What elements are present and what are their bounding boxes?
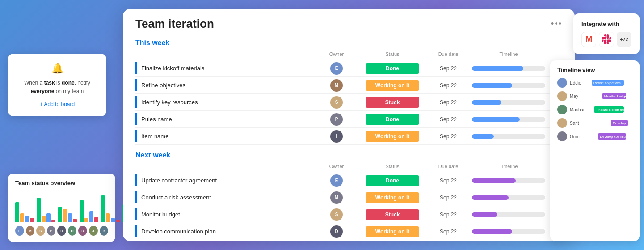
task-status[interactable]: Done xyxy=(357,175,428,186)
owner-avatar: D xyxy=(330,225,343,238)
status-badge[interactable]: Done xyxy=(366,63,419,74)
avatar: P xyxy=(47,226,56,236)
task-owner: D xyxy=(316,225,357,238)
col-status2: Status xyxy=(357,164,428,169)
task-status[interactable]: Working on it xyxy=(357,192,428,203)
status-badge[interactable]: Working on it xyxy=(366,192,419,203)
tl-name: Eddie xyxy=(570,81,587,85)
bar xyxy=(63,209,67,222)
tl-name: Mashari xyxy=(570,107,587,112)
status-badge[interactable]: Working on it xyxy=(366,131,419,142)
task-status[interactable]: Working on it xyxy=(357,80,428,91)
bar xyxy=(116,220,120,222)
bar-group xyxy=(58,207,77,222)
task-timeline xyxy=(468,229,549,234)
status-badge[interactable]: Working on it xyxy=(366,226,419,237)
tl-avatar xyxy=(557,78,567,88)
bar xyxy=(46,213,51,222)
col-name xyxy=(140,51,316,57)
task-name: Monitor budget xyxy=(135,208,316,220)
tl-bar: Finalize kickoff materials xyxy=(594,106,624,113)
task-due-date: Sep 22 xyxy=(428,116,468,123)
col-due: Due date xyxy=(428,51,468,57)
tl-avatar xyxy=(557,131,567,141)
task-status[interactable]: Stuck xyxy=(357,97,428,108)
main-content: This week Owner Status Due date Timeline… xyxy=(123,35,575,241)
task-owner: M xyxy=(316,191,357,204)
col-status: Status xyxy=(357,51,428,57)
timeline-row: Eddie Refine objectives xyxy=(557,78,632,88)
task-name: Develop communication plan xyxy=(135,225,316,237)
table-row: Develop communication plan D Working on … xyxy=(135,223,562,240)
task-owner: M xyxy=(316,79,357,92)
task-due-date: Sep 22 xyxy=(428,178,468,184)
timeline-row: Omri Develop communication plan xyxy=(557,131,632,141)
task-owner: I xyxy=(316,130,357,143)
status-badge[interactable]: Working on it xyxy=(366,80,419,91)
bar xyxy=(37,198,41,222)
task-status[interactable]: Working on it xyxy=(357,131,428,142)
task-name: Item name xyxy=(135,130,316,142)
owner-avatar: I xyxy=(330,130,343,143)
status-badge[interactable]: Stuck xyxy=(366,209,419,220)
main-header: Team iteration ••• xyxy=(123,9,575,35)
table-row: Identify key resources S Stuck Sep 22 xyxy=(135,94,562,111)
add-to-board-link[interactable]: + Add to board xyxy=(18,101,97,107)
bar-group xyxy=(80,200,98,222)
task-due-date: Sep 22 xyxy=(428,133,468,140)
task-owner: S xyxy=(316,208,357,221)
avatar: D xyxy=(57,226,66,236)
bar xyxy=(94,217,98,222)
task-status[interactable]: Done xyxy=(357,63,428,74)
tl-bar: Develop xyxy=(611,120,628,126)
integrate-card: Integrate with M +72 xyxy=(573,13,640,54)
gmail-icon[interactable]: M xyxy=(581,32,596,47)
task-name: Update contractor agreement xyxy=(135,174,316,186)
next-week-rows: Update contractor agreement E Done Sep 2… xyxy=(135,172,562,240)
integrate-icons: M +72 xyxy=(581,32,631,47)
tl-bar: Monitor budget xyxy=(602,93,626,99)
status-badge[interactable]: Stuck xyxy=(366,97,419,108)
avatar: M xyxy=(26,226,35,236)
task-timeline xyxy=(468,134,549,139)
task-status[interactable]: Stuck xyxy=(357,209,428,220)
col-due2: Due date xyxy=(428,164,468,169)
timeline-fill xyxy=(472,100,501,105)
this-week-header: This week xyxy=(135,39,562,47)
bar-group xyxy=(101,195,120,222)
more-options-icon[interactable]: ••• xyxy=(551,19,562,29)
tl-bar: Refine objectives xyxy=(592,80,624,86)
owner-avatar: P xyxy=(330,113,343,126)
task-status[interactable]: Done xyxy=(357,114,428,125)
task-timeline xyxy=(468,117,549,122)
tl-bar-wrap: Refine objectives xyxy=(589,79,632,87)
task-timeline xyxy=(468,195,549,200)
bar xyxy=(15,202,19,222)
timeline-row: Mashari Finalize kickoff materials xyxy=(557,105,632,114)
tl-avatar xyxy=(557,118,567,128)
task-status[interactable]: Working on it xyxy=(357,226,428,237)
task-due-date: Sep 22 xyxy=(428,82,468,89)
col-owner: Owner xyxy=(316,51,357,57)
table-row: Item name I Working on it Sep 22 xyxy=(135,128,562,145)
slack-icon[interactable] xyxy=(599,32,614,47)
timeline-bar-wrap xyxy=(472,212,545,217)
status-badge[interactable]: Done xyxy=(366,175,419,186)
owner-avatar: E xyxy=(330,62,343,75)
bar xyxy=(73,219,77,222)
timeline-bar-wrap xyxy=(472,195,545,200)
team-status-card: Team status overview EMSPDORAB xyxy=(8,174,115,242)
status-badge[interactable]: Done xyxy=(366,114,419,125)
more-integrations-badge[interactable]: +72 xyxy=(617,32,631,47)
timeline-bar-wrap xyxy=(472,83,545,88)
bar xyxy=(80,200,84,222)
task-name: Refine objectives xyxy=(135,79,316,91)
task-owner: P xyxy=(316,113,357,126)
task-due-date: Sep 22 xyxy=(428,212,468,218)
avatar: O xyxy=(68,226,77,236)
task-owner: E xyxy=(316,174,357,187)
task-due-date: Sep 22 xyxy=(428,195,468,201)
task-name: Pules name xyxy=(135,113,316,125)
owner-avatar: E xyxy=(330,174,343,187)
task-timeline xyxy=(468,100,549,105)
